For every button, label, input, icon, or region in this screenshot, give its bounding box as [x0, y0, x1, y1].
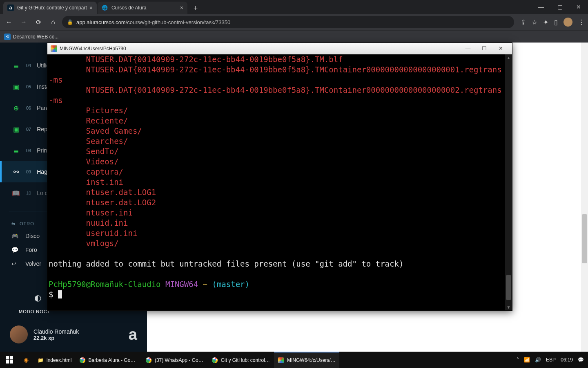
sidebar-item-number: 07 — [26, 127, 31, 132]
browser-toolbar: ← → ⟳ ⌂ 🔒 app.aluracursos.com/course/git… — [0, 14, 588, 30]
taskbar-entry[interactable]: (37) WhatsApp - Goo... — [142, 352, 207, 368]
back-button[interactable]: ← — [3, 16, 15, 28]
window-controls: — ▢ ✕ — [532, 0, 588, 14]
notifications-icon[interactable]: 💬 — [578, 357, 584, 363]
home-button[interactable]: ⌂ — [47, 16, 59, 28]
sidebar-item-number: 08 — [26, 148, 31, 153]
taskbar-entry[interactable]: MINGW64:/c/Users/P... — [274, 352, 339, 368]
window-minimize-button[interactable]: — — [532, 0, 550, 14]
taskbar-entry-label: MINGW64:/c/Users/P... — [287, 357, 336, 363]
terminal-scrollbar-thumb[interactable] — [506, 275, 511, 300]
sidebar-item-number: 09 — [26, 169, 31, 174]
sidebar-item-icon: ≣ — [11, 61, 20, 70]
terminal-minimize-button[interactable]: — — [460, 44, 476, 53]
new-tab-button[interactable]: + — [190, 2, 201, 14]
tab-close-icon[interactable]: × — [89, 5, 93, 11]
window-maximize-button[interactable]: ▢ — [550, 0, 569, 14]
sidebar-item-icon: ⊕ — [11, 103, 20, 112]
user-xp: 22.2k xp — [33, 335, 79, 341]
language-indicator[interactable]: ESP — [546, 357, 556, 363]
user-avatar — [10, 325, 28, 343]
address-bar[interactable]: 🔒 app.aluracursos.com/course/git-github-… — [62, 16, 514, 28]
terminal-scrollbar[interactable]: ▲ ▼ — [505, 54, 512, 310]
taskbar-entry-label: Barberia Alura - Goog... — [89, 357, 138, 363]
terminal-maximize-button[interactable]: ☐ — [476, 44, 492, 53]
cortana-icon: ◉ — [22, 356, 30, 364]
taskbar-entry[interactable]: Barberia Alura - Goog... — [76, 352, 141, 368]
reload-button[interactable]: ⟳ — [33, 16, 44, 28]
start-button[interactable] — [0, 352, 19, 368]
tab-close-icon[interactable]: × — [180, 5, 183, 11]
taskbar-entry[interactable]: Git y GitHub: controle... — [208, 352, 273, 368]
bookmark-star-icon[interactable]: ☆ — [532, 18, 537, 26]
sidebar-item-number: 06 — [26, 105, 31, 110]
page-scrollbar[interactable] — [581, 43, 588, 352]
reading-list-icon[interactable]: ▯ — [554, 18, 558, 26]
svg-rect-1 — [10, 356, 13, 359]
user-name: Claudio Romañuk — [33, 328, 79, 335]
window-close-button[interactable]: ✕ — [569, 0, 588, 14]
browser-tab[interactable]: 🌐 Cursos de Alura × — [98, 2, 187, 14]
terminal-titlebar[interactable]: MINGW64:/c/Users/PcHp5790 — ☐ ✕ — [47, 43, 512, 54]
sidebar-sub-icon: 💬 — [11, 247, 20, 253]
sidebar-item-icon: ▣ — [11, 125, 20, 134]
sidebar-item-icon: 📖 — [11, 188, 20, 197]
taskbar-file-explorer[interactable]: 📁 indeex.html — [33, 352, 75, 368]
svg-rect-2 — [6, 360, 9, 364]
system-tray: ˄ 📶 🔊 ESP 06:19 💬 — [512, 357, 588, 363]
url-host: app.aluracursos.com — [76, 19, 126, 25]
sidebar-item-icon: ≣ — [11, 146, 20, 155]
group-icon: ⇋ — [11, 221, 16, 226]
taskbar-entry-label: (37) WhatsApp - Goo... — [155, 357, 204, 363]
browser-titlebar: a Git y GitHub: controle y compart × 🌐 C… — [0, 0, 588, 14]
svg-rect-3 — [10, 360, 13, 364]
share-icon[interactable]: ⇪ — [521, 18, 526, 26]
user-card[interactable]: Claudio Romañuk 22.2k xp a — [0, 317, 147, 352]
svg-rect-0 — [6, 356, 9, 359]
scroll-down-icon[interactable]: ▼ — [505, 304, 512, 310]
sidebar-sub-label: Volver — [25, 260, 41, 267]
bookmark-label: Desarrollo WEB co... — [13, 34, 58, 40]
sidebar-item-number: 05 — [26, 84, 31, 89]
bookmark-item[interactable]: ⟲ Desarrollo WEB co... — [4, 34, 58, 40]
terminal-window: MINGW64:/c/Users/PcHp5790 — ☐ ✕ NTUSER.D… — [47, 43, 512, 311]
chrome-icon — [211, 357, 218, 364]
wifi-icon[interactable]: 📶 — [524, 357, 530, 363]
extensions-icon[interactable]: ✦ — [543, 18, 548, 26]
moon-icon[interactable]: ◐ — [34, 293, 41, 303]
mingw-icon — [277, 357, 285, 364]
bookmarks-bar: ⟲ Desarrollo WEB co... — [0, 30, 588, 43]
sidebar-sub-icon: 🎮 — [11, 233, 20, 239]
bookmark-favicon: ⟲ — [4, 34, 11, 40]
terminal-close-button[interactable]: ✕ — [492, 44, 509, 53]
tab-strip: a Git y GitHub: controle y compart × 🌐 C… — [0, 0, 201, 14]
profile-avatar[interactable] — [564, 18, 572, 27]
tray-chevron-icon[interactable]: ˄ — [517, 357, 519, 363]
lock-icon: 🔒 — [67, 19, 73, 25]
scroll-up-icon[interactable]: ▲ — [505, 54, 512, 61]
clock[interactable]: 06:19 — [561, 357, 573, 363]
taskbar-label: indeex.html — [47, 357, 71, 363]
sidebar-item-icon: ▣ — [11, 82, 20, 91]
kebab-menu-icon[interactable]: ⋮ — [578, 18, 585, 26]
sidebar-item-number: 04 — [26, 63, 31, 68]
night-mode-label: MODO NOCT — [19, 309, 50, 314]
sidebar-sub-label: Foro — [25, 247, 37, 253]
terminal-body[interactable]: NTUSER.DAT{00140909-272c-11ec-bb44-0019b… — [47, 54, 505, 310]
sidebar-item-icon: ⚯ — [11, 167, 20, 176]
sidebar-sub-label: Disco — [25, 233, 40, 239]
tab-title: Cursos de Alura — [111, 5, 178, 11]
url-path: /course/git-github-control-version/task/… — [126, 19, 231, 25]
volume-icon[interactable]: 🔊 — [535, 357, 541, 363]
tab-title: Git y GitHub: controle y compart — [17, 5, 87, 11]
forward-button[interactable]: → — [18, 16, 29, 28]
windows-taskbar: ◉ 📁 indeex.html Barberia Alura - Goog...… — [0, 352, 588, 368]
mingw-icon — [51, 45, 57, 52]
folder-icon: 📁 — [37, 357, 44, 364]
user-info: Claudio Romañuk 22.2k xp — [33, 328, 79, 341]
sidebar-item-number: 10 — [26, 191, 31, 195]
tab-favicon-alura: a — [7, 4, 14, 11]
browser-tab[interactable]: a Git y GitHub: controle y compart × — [3, 2, 97, 14]
cortana-button[interactable]: ◉ — [19, 352, 33, 368]
scrollbar-thumb[interactable] — [582, 214, 587, 263]
